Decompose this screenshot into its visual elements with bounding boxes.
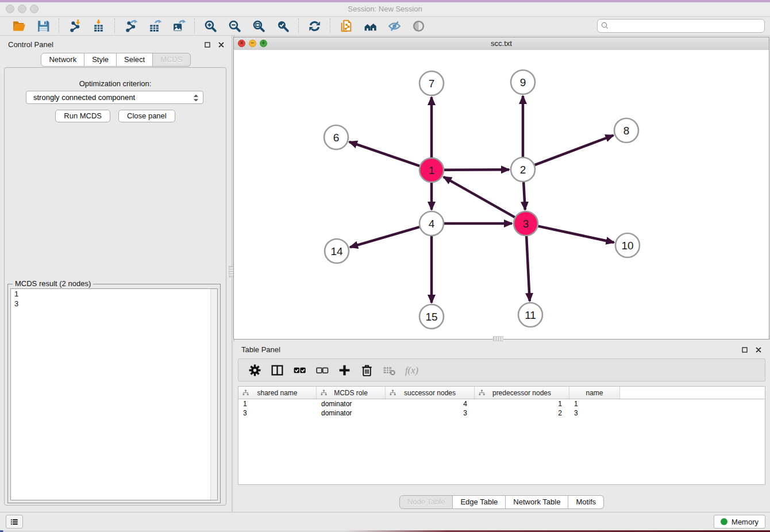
table-toolbar-button-select-all-columns[interactable]	[289, 360, 310, 380]
tab-select[interactable]: Select	[117, 53, 153, 67]
node-10[interactable]: 10	[615, 233, 640, 257]
column-grip-icon	[479, 390, 485, 396]
node-label: 7	[429, 78, 435, 90]
run-mcds-button[interactable]: Run MCDS	[55, 110, 110, 122]
table-toolbar-button-delete-column[interactable]	[356, 360, 378, 380]
node-8[interactable]: 8	[614, 118, 638, 142]
refresh-layout-icon	[307, 19, 322, 33]
node-4[interactable]: 4	[419, 211, 444, 236]
close-icon	[755, 346, 762, 353]
tab-node-table[interactable]: Node Table	[399, 495, 453, 509]
toolbar-button-refresh-layout[interactable]	[305, 18, 324, 34]
node-label: 9	[520, 76, 526, 88]
table-cell[interactable]: 3	[569, 408, 620, 418]
node-label: 14	[330, 245, 343, 257]
toolbar-button-network-overview[interactable]	[360, 18, 380, 34]
status-bar: Memory	[0, 512, 770, 530]
float-icon	[204, 41, 211, 48]
show-panels-button[interactable]	[6, 515, 23, 529]
toolbar-button-new-network-from-selection[interactable]	[336, 18, 356, 34]
close-panel-button-inner[interactable]: Close panel	[118, 110, 175, 122]
result-item[interactable]: 1	[11, 289, 217, 299]
node-2[interactable]: 2	[511, 157, 535, 182]
toolbar-button-save-session[interactable]	[33, 18, 53, 34]
window-titlebar[interactable]: Session: New Session	[0, 2, 770, 17]
search-icon	[600, 21, 610, 31]
criterion-select[interactable]: strongly connected component	[26, 91, 203, 104]
tab-mcds[interactable]: MCDS	[153, 53, 190, 67]
float-table-panel-button[interactable]	[741, 346, 748, 353]
zoom-selected-icon	[276, 19, 290, 33]
node-15[interactable]: 15	[419, 304, 444, 329]
result-scrollbar[interactable]	[210, 289, 217, 500]
edge-2-8[interactable]	[535, 135, 614, 165]
tab-edge-table[interactable]: Edge Table	[453, 495, 506, 509]
column-header-shared-name[interactable]: shared name	[238, 387, 317, 399]
node-7[interactable]: 7	[419, 71, 444, 95]
tab-style[interactable]: Style	[84, 53, 117, 67]
search-box[interactable]	[597, 19, 765, 33]
import-table-icon	[92, 19, 106, 33]
toolbar-button-zoom-in[interactable]	[201, 18, 220, 34]
search-input[interactable]	[610, 20, 764, 32]
edge-3-1[interactable]	[444, 177, 515, 217]
table-cell[interactable]: dominator	[317, 399, 386, 408]
edge-4-14[interactable]	[350, 227, 419, 247]
edge-3-10[interactable]	[538, 226, 614, 242]
tab-network-table[interactable]: Network Table	[506, 495, 568, 509]
network-canvas[interactable]: 7968124314101511	[234, 50, 769, 339]
toolbar-button-export-image[interactable]	[169, 18, 188, 34]
column-header-successor-nodes[interactable]: successor nodes	[386, 387, 475, 399]
table-cell[interactable]: dominator	[317, 408, 386, 418]
node-9[interactable]: 9	[511, 70, 535, 94]
table-row[interactable]: 3dominator323	[238, 408, 765, 418]
column-header-mcds-role[interactable]: MCDS role	[317, 387, 386, 399]
table-toolbar-button-split-panel[interactable]	[267, 360, 288, 380]
memory-button[interactable]: Memory	[714, 515, 765, 529]
toolbar-button-zoom-fit[interactable]	[249, 18, 268, 34]
table-toolbar-button-settings-gear[interactable]	[244, 360, 265, 380]
column-header-predecessor-nodes[interactable]: predecessor nodes	[475, 387, 569, 399]
node-1[interactable]: 1	[419, 158, 444, 182]
network-window-titlebar[interactable]: scc.txt	[234, 37, 769, 51]
table-cell[interactable]: 3	[238, 408, 317, 418]
table-row[interactable]: 1dominator411	[238, 399, 765, 408]
mcds-result-group: MCDS result (2 nodes) 13	[7, 284, 221, 503]
toolbar-button-import-table[interactable]	[89, 18, 109, 34]
toolbar-button-import-network[interactable]	[65, 18, 84, 34]
node-14[interactable]: 14	[325, 239, 349, 263]
edge-1-6[interactable]	[349, 142, 419, 166]
edge-2-3[interactable]	[523, 182, 525, 210]
edge-3-11[interactable]	[526, 236, 530, 301]
tab-motifs[interactable]: Motifs	[568, 495, 604, 509]
toolbar-button-export-network[interactable]	[121, 18, 140, 34]
table-toolbar-button-add-column[interactable]	[334, 360, 355, 380]
table-cell[interactable]: 4	[386, 399, 475, 408]
table-cell[interactable]: 1	[475, 399, 569, 408]
node-11[interactable]: 11	[518, 303, 542, 327]
column-header-name[interactable]: name	[569, 387, 620, 399]
toolbar-button-zoom-out[interactable]	[225, 18, 244, 34]
splitter-grip-horizontal[interactable]	[493, 336, 503, 341]
result-item[interactable]: 3	[11, 299, 217, 309]
edge-1-2[interactable]	[444, 169, 509, 170]
table-cell[interactable]: 1	[569, 399, 620, 408]
table-toolbar: f(x)	[238, 358, 765, 381]
mcds-result-list[interactable]: 13	[10, 288, 218, 500]
tab-network[interactable]: Network	[41, 53, 84, 67]
node-label: 4	[429, 218, 435, 230]
table-toolbar-button-deselect-all-columns[interactable]	[311, 360, 333, 380]
float-panel-button[interactable]	[203, 41, 211, 48]
table-cell[interactable]: 2	[475, 408, 569, 418]
node-6[interactable]: 6	[324, 125, 348, 149]
table-cell[interactable]: 3	[386, 408, 475, 418]
toolbar-button-show-graphics-details[interactable]	[409, 18, 428, 34]
toolbar-button-export-table[interactable]	[145, 18, 164, 34]
close-table-panel-button[interactable]	[754, 346, 762, 353]
node-3[interactable]: 3	[514, 211, 538, 236]
table-cell[interactable]: 1	[238, 399, 317, 408]
toolbar-button-hide-graphics-details[interactable]	[384, 18, 404, 34]
toolbar-button-zoom-selected[interactable]	[273, 18, 292, 34]
toolbar-button-open-file[interactable]	[9, 18, 29, 34]
close-panel-button[interactable]	[217, 41, 225, 48]
